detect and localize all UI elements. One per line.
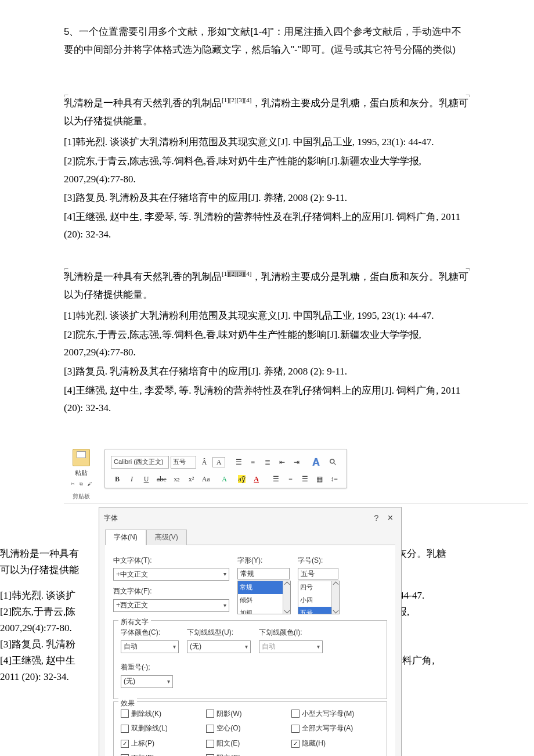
ref-2: [2]院东,于青云,陈志强,等.饲料色,香,味对奶牛生产性能的影响[J].新疆农… — [64, 326, 470, 362]
underline-style-combo[interactable]: (无)▾ — [187, 640, 251, 653]
ref-1: [1]韩光烈. 谈谈扩大乳清粉利用范围及其现实意义[J]. 中国乳品工业, 19… — [64, 307, 470, 325]
scrollbar[interactable] — [331, 581, 339, 614]
doc-example-1: ⌐¬ 乳清粉是一种具有天然乳香的乳制品[1][2][3][4]，乳清粉主要成分是… — [64, 88, 470, 244]
instruction-text: 5、一个位置需要引用多个文献，形如"文献[1-4]"：用尾注插入四个参考文献后，… — [64, 23, 470, 59]
indent-inc-icon[interactable]: ⇥ — [290, 457, 303, 467]
font-dialog: 字体 ? × 字体(N) 高级(V) 中文字体(T): +中文正文▾ 西文字体(… — [99, 507, 402, 756]
tab-font[interactable]: 字体(N) — [105, 530, 146, 545]
body-text: 乳清粉是一种具有天然乳香的乳制品 — [64, 98, 222, 109]
align-right-icon[interactable]: ☰ — [299, 474, 312, 484]
bold-button[interactable]: B — [111, 474, 124, 484]
check-subscript[interactable]: 下标(B) — [121, 752, 206, 756]
subscript-button[interactable]: x₂ — [171, 474, 183, 484]
indent-dec-icon[interactable]: ⇤ — [276, 457, 288, 467]
ref-4: [4]王继强, 赵中生, 李爱琴, 等. 乳清粉的营养特性及在乳仔猪饲料上的应用… — [64, 208, 470, 244]
brush-icon[interactable]: 🖌 — [85, 481, 95, 487]
highlight-button[interactable]: aȳ — [236, 474, 248, 484]
clear-format-icon[interactable]: A — [212, 457, 225, 467]
font-color-button[interactable]: A — [250, 474, 263, 484]
multilevel-icon[interactable]: ≣ — [261, 457, 274, 467]
font-size-list[interactable]: 四号 小四 五号 — [298, 581, 340, 614]
bullets-icon[interactable]: ☰ — [232, 457, 245, 467]
doc-example-2: ⌐¬ 乳清粉是一种具有天然乳香的乳制品[1][2][3][4]，乳清粉主要成分是… — [64, 261, 470, 417]
underline-button[interactable]: U — [140, 474, 153, 484]
chevron-down-icon: ▾ — [223, 569, 226, 579]
check-hidden[interactable]: 隐藏(H) — [291, 737, 377, 750]
font-style-list[interactable]: 常规 倾斜 加粗 — [237, 581, 291, 614]
check-engrave[interactable]: 阴文(G) — [206, 752, 291, 756]
check-allcaps[interactable]: 全部大写字母(A) — [291, 722, 377, 735]
copy-icon[interactable]: ⧉ — [77, 481, 85, 487]
tab-advanced[interactable]: 高级(V) — [146, 530, 187, 545]
font-size-input[interactable]: 五号 — [298, 568, 338, 579]
check-double-strike[interactable]: 双删除线(L) — [121, 722, 206, 735]
paste-label: 粘贴 — [64, 467, 99, 479]
superscript-button[interactable]: x² — [185, 474, 198, 484]
western-font-combo[interactable]: +西文正文▾ — [113, 599, 229, 612]
help-button[interactable]: ? — [371, 513, 383, 523]
chevron-down-icon: ▾ — [223, 600, 226, 611]
cite-suffix: 4] — [246, 270, 251, 277]
emphasis-label: 着重号(·); — [121, 661, 173, 674]
grow-font-icon[interactable]: Â — [198, 457, 211, 467]
paste-icon[interactable] — [73, 449, 90, 466]
cite-selected: ][2][3][ — [227, 270, 246, 277]
check-outline[interactable]: 空心(O) — [206, 722, 291, 735]
chinese-font-combo[interactable]: +中文正文▾ — [113, 568, 229, 581]
font-style-label: 字形(Y): — [237, 555, 290, 567]
effects-group: 效果 删除线(K) 双删除线(L) 上标(P) 下标(B) 阴影(W) 空心(O… — [113, 701, 387, 756]
line-spacing-icon[interactable]: ↕≡ — [328, 474, 341, 484]
font-color-combo[interactable]: 自动▾ — [121, 640, 179, 653]
ref-4: [4]王继强, 赵中生, 李爱琴, 等. 乳清粉的营养特性及在乳仔猪饲料上的应用… — [64, 382, 470, 417]
cite-prefix: [1 — [222, 270, 227, 277]
ref-3: [3]路复员. 乳清粉及其在仔猪培育中的应用[J]. 养猪, 2008 (2):… — [64, 363, 470, 381]
check-shadow[interactable]: 阴影(W) — [206, 708, 291, 721]
strike-button[interactable]: abc — [154, 474, 169, 484]
all-text-group: 所有文字 字体颜色(C): 自动▾ 下划线线型(U): (无)▾ 下划线颜色(I… — [113, 620, 387, 699]
font-size-label: 字号(S): — [298, 555, 338, 567]
check-smallcaps[interactable]: 小型大写字母(M) — [291, 708, 377, 721]
scissors-icon[interactable]: ✂ — [68, 481, 77, 487]
change-case-button[interactable]: Aa — [200, 474, 212, 484]
western-font-label: 西文字体(F): — [113, 585, 229, 598]
justify-icon[interactable]: ▦ — [313, 474, 326, 484]
font-effects-button[interactable]: A — [218, 474, 231, 484]
ref-1: [1]韩光烈. 谈谈扩大乳清粉利用范围及其现实意义[J]. 中国乳品工业, 19… — [64, 134, 470, 152]
find-icon[interactable] — [329, 458, 337, 466]
styles-icon[interactable]: A — [312, 453, 320, 471]
scrollbar[interactable] — [283, 581, 290, 614]
font-style-input[interactable]: 常规 — [237, 568, 290, 579]
chinese-font-label: 中文字体(T): — [113, 555, 229, 567]
check-superscript[interactable]: 上标(P) — [121, 737, 206, 750]
font-size-combo[interactable]: 五号 — [171, 456, 196, 469]
clipboard-group-label: 剪贴板 — [64, 491, 99, 502]
underline-color-combo[interactable]: 自动▾ — [259, 640, 323, 653]
check-emboss[interactable]: 阳文(E) — [206, 737, 291, 750]
align-center-icon[interactable]: ≡ — [284, 474, 297, 484]
emphasis-combo[interactable]: (无)▾ — [121, 675, 173, 688]
ref-2: [2]院东,于青云,陈志强,等.饲料色,香,味对奶牛生产性能的影响[J].新疆农… — [64, 153, 470, 188]
numbering-icon[interactable]: ≡ — [247, 457, 259, 467]
underline-color-label: 下划线颜色(I): — [259, 627, 323, 639]
font-name-combo[interactable]: Calibri (西文正文) — [111, 456, 169, 469]
dialog-title-text: 字体 — [104, 512, 118, 525]
mini-toolbar: Calibri (西文正文) 五号 Â A ☰ ≡ ≣ ⇤ ⇥ A B I U… — [104, 449, 347, 488]
citation-marks: [1][2][3][4] — [222, 97, 251, 104]
italic-button[interactable]: I — [125, 474, 138, 484]
word-ribbon: 粘贴 ✂⧉🖌 剪贴板 Calibri (西文正文) 五号 Â A ☰ ≡ ≣ … — [64, 447, 528, 504]
ref-3: [3]路复员. 乳清粉及其在仔猪培育中的应用[J]. 养猪, 2008 (2):… — [64, 189, 470, 207]
align-left-icon[interactable]: ☰ — [270, 474, 283, 484]
underline-style-label: 下划线线型(U): — [187, 627, 251, 639]
body-text: 乳清粉是一种具有天然乳香的乳制品 — [64, 271, 222, 282]
close-button[interactable]: × — [384, 513, 396, 523]
